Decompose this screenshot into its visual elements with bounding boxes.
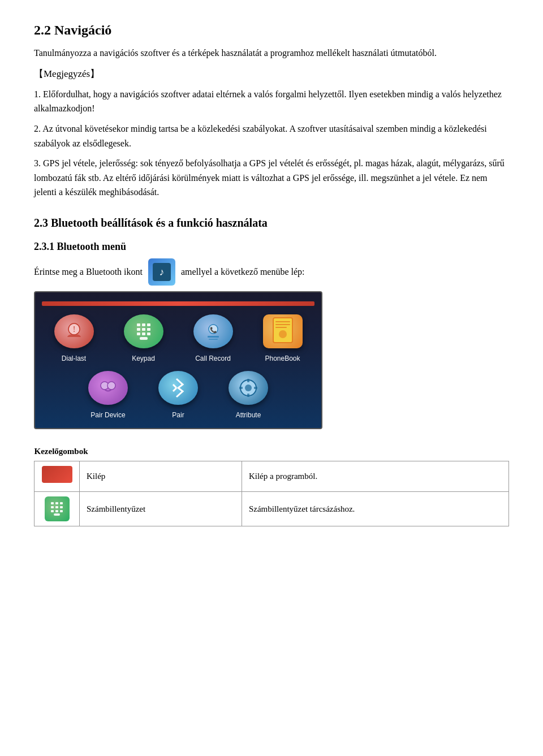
phonebook-label: PhoneBook <box>265 355 300 362</box>
controls-row-exit: Kilép Kilép a programból. <box>35 461 509 492</box>
keypad-label: Keypad <box>132 355 155 362</box>
pair-label: Pair <box>172 411 184 419</box>
menu-item-keypad[interactable]: Keypad <box>111 312 175 362</box>
svg-rect-38 <box>60 506 63 508</box>
menu-grid-bottom: Pair Device Pair <box>42 368 314 419</box>
keypad-icon <box>124 314 163 348</box>
svg-rect-32 <box>254 387 257 389</box>
svg-rect-41 <box>60 510 63 512</box>
note-item3: 3. GPS jel vétele, jelerősség: sok ténye… <box>34 156 509 200</box>
menu-item-phonebook[interactable]: PhoneBook <box>251 312 314 362</box>
menu-item-pair-device[interactable]: Pair Device <box>76 368 140 419</box>
exit-icon <box>42 466 72 483</box>
svg-rect-35 <box>60 502 63 504</box>
dial-last-icon: ! <box>54 314 94 348</box>
keypad-icon-cell <box>35 491 80 526</box>
svg-rect-36 <box>51 506 54 508</box>
svg-rect-31 <box>239 387 243 389</box>
menu-item-dial-last[interactable]: ! Dial-last <box>42 312 106 362</box>
svg-point-25 <box>107 382 115 390</box>
svg-rect-10 <box>137 332 140 335</box>
svg-text:📞: 📞 <box>210 326 217 334</box>
exit-name-cell: Kilép <box>80 461 242 492</box>
svg-rect-8 <box>142 328 145 331</box>
bluetooth-intro-text1: Érintse meg a Bluetooth ikont <box>34 267 143 277</box>
svg-rect-34 <box>55 502 58 504</box>
svg-text:!: ! <box>72 325 75 334</box>
attribute-icon <box>229 371 268 405</box>
pair-icon <box>158 371 198 405</box>
controls-section: Kezelőgombok Kilép Kilép a programból. <box>34 440 509 526</box>
svg-rect-7 <box>137 328 140 331</box>
menu-item-attribute[interactable]: Attribute <box>216 368 281 419</box>
dial-last-label: Dial-last <box>62 355 86 362</box>
svg-rect-12 <box>147 332 150 335</box>
svg-text:♪: ♪ <box>159 266 164 278</box>
svg-rect-40 <box>55 510 58 512</box>
controls-row-keypad: Számbillentyűzet Számbillentyűzet tárcsá… <box>35 491 509 526</box>
bluetooth-icon: ♪ <box>148 258 175 286</box>
exit-icon-cell <box>35 461 80 492</box>
menu-top-bar <box>42 301 314 306</box>
svg-rect-42 <box>54 513 60 516</box>
note-item1: 1. Előfordulhat, hogy a navigációs szoft… <box>34 87 509 116</box>
svg-rect-9 <box>147 328 150 331</box>
exit-desc-cell: Kilép a programból. <box>242 461 508 492</box>
svg-rect-20 <box>275 321 290 322</box>
svg-rect-29 <box>247 379 249 382</box>
svg-rect-16 <box>208 336 219 338</box>
svg-rect-37 <box>55 506 58 508</box>
keypad-name-cell: Számbillentyűzet <box>80 491 242 526</box>
intro-text: Tanulmányozza a navigációs szoftver és a… <box>34 46 509 61</box>
bluetooth-menu-screenshot: ! Dial-last <box>34 291 322 429</box>
bluetooth-intro-text2: amellyel a következő menübe lép: <box>181 267 305 277</box>
note-bracket: 【Megjegyzés】 <box>34 66 509 81</box>
svg-rect-30 <box>247 394 249 397</box>
svg-rect-4 <box>137 323 140 326</box>
pair-device-icon <box>88 371 128 405</box>
svg-rect-13 <box>140 337 148 340</box>
attribute-label: Attribute <box>236 411 261 419</box>
pair-device-label: Pair Device <box>90 411 125 419</box>
phonebook-icon <box>263 314 303 348</box>
keypad-small-icon <box>45 496 70 521</box>
section231-heading: 2.3.1 Bluetooth menü <box>34 241 509 253</box>
bluetooth-intro: Érintse meg a Bluetooth ikont ♪ amellyel… <box>34 258 509 286</box>
section23-heading: 2.3 Bluetooth beállítások és a funkció h… <box>34 217 509 230</box>
svg-rect-39 <box>51 510 54 512</box>
note-item2: 2. Az útvonal követésekor mindig tartsa … <box>34 122 509 150</box>
svg-rect-6 <box>147 323 150 326</box>
call-record-icon: 📞 <box>193 314 233 348</box>
svg-rect-17 <box>209 339 218 340</box>
menu-grid-top: ! Dial-last <box>42 312 314 362</box>
menu-item-pair[interactable]: Pair <box>146 368 210 419</box>
svg-rect-22 <box>275 327 287 328</box>
controls-table: Kezelőgombok Kilép Kilép a programból. <box>34 440 509 526</box>
svg-rect-21 <box>275 324 290 325</box>
svg-rect-5 <box>142 323 145 326</box>
page-heading: 2.2 Navigáció <box>34 23 509 38</box>
svg-point-23 <box>279 330 287 338</box>
controls-title: Kezelőgombok <box>35 447 88 456</box>
menu-item-call-record[interactable]: 📞 Call Record <box>181 312 245 362</box>
keypad-desc-cell: Számbillentyűzet tárcsázáshoz. <box>242 491 508 526</box>
svg-rect-33 <box>51 502 54 504</box>
svg-point-28 <box>245 385 252 391</box>
call-record-label: Call Record <box>195 355 231 362</box>
svg-rect-11 <box>142 332 145 335</box>
